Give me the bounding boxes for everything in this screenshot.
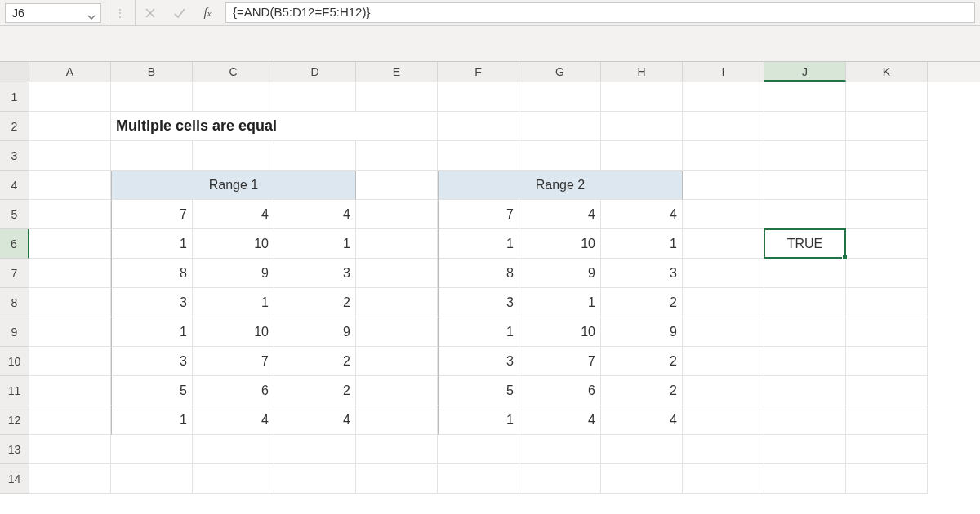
row-header[interactable]: 9 bbox=[0, 317, 29, 347]
cell[interactable]: 4 bbox=[193, 200, 274, 229]
chevron-down-icon[interactable] bbox=[87, 8, 97, 18]
cell[interactable] bbox=[356, 229, 438, 259]
cell[interactable] bbox=[764, 141, 846, 171]
cell[interactable]: 1 bbox=[438, 229, 519, 259]
cell[interactable]: 1 bbox=[438, 317, 519, 347]
cell[interactable]: 2 bbox=[274, 347, 356, 376]
cell[interactable] bbox=[29, 259, 111, 288]
cell[interactable]: 1 bbox=[111, 405, 193, 435]
col-header[interactable]: D bbox=[274, 62, 356, 82]
cell[interactable]: 1 bbox=[438, 405, 519, 435]
row-header[interactable]: 14 bbox=[0, 464, 29, 494]
formula-history-icon[interactable]: ⋮ bbox=[105, 0, 135, 25]
cell[interactable]: 9 bbox=[274, 317, 356, 347]
cell[interactable] bbox=[683, 112, 764, 141]
cell[interactable]: 10 bbox=[519, 317, 601, 347]
cell[interactable] bbox=[356, 259, 438, 288]
col-header[interactable]: B bbox=[111, 62, 193, 82]
cell[interactable] bbox=[601, 141, 683, 171]
cell[interactable] bbox=[846, 405, 928, 435]
cell[interactable]: 1 bbox=[274, 229, 356, 259]
cell[interactable] bbox=[846, 376, 928, 405]
col-header[interactable]: G bbox=[519, 62, 601, 82]
cell[interactable] bbox=[356, 82, 438, 112]
cell[interactable] bbox=[519, 464, 601, 494]
cell[interactable] bbox=[683, 141, 764, 171]
cell[interactable] bbox=[683, 200, 764, 229]
cell[interactable] bbox=[29, 141, 111, 171]
select-all-corner[interactable] bbox=[0, 62, 29, 82]
cell[interactable] bbox=[683, 288, 764, 317]
cell[interactable]: 4 bbox=[193, 405, 274, 435]
cell[interactable] bbox=[111, 141, 193, 171]
row-header[interactable]: 4 bbox=[0, 171, 29, 200]
cell[interactable] bbox=[274, 141, 356, 171]
cell[interactable] bbox=[356, 347, 438, 376]
cell[interactable] bbox=[519, 435, 601, 464]
cancel-icon[interactable] bbox=[136, 0, 165, 25]
cell[interactable] bbox=[29, 435, 111, 464]
row-header[interactable]: 12 bbox=[0, 405, 29, 435]
cell[interactable] bbox=[846, 288, 928, 317]
cell[interactable]: 5 bbox=[111, 376, 193, 405]
cell[interactable] bbox=[438, 464, 519, 494]
cell[interactable] bbox=[764, 405, 846, 435]
cell[interactable] bbox=[29, 200, 111, 229]
cell[interactable] bbox=[846, 171, 928, 200]
cell[interactable] bbox=[29, 347, 111, 376]
row-header[interactable]: 7 bbox=[0, 259, 29, 288]
row-header[interactable]: 10 bbox=[0, 347, 29, 376]
cell[interactable] bbox=[111, 464, 193, 494]
cell[interactable]: 6 bbox=[193, 376, 274, 405]
cell[interactable] bbox=[438, 112, 519, 141]
cell[interactable] bbox=[764, 112, 846, 141]
cell[interactable] bbox=[683, 464, 764, 494]
col-header[interactable]: J bbox=[764, 62, 846, 82]
cell[interactable] bbox=[193, 435, 274, 464]
cell[interactable] bbox=[683, 171, 764, 200]
cell[interactable] bbox=[29, 376, 111, 405]
cell[interactable] bbox=[193, 82, 274, 112]
cell[interactable]: 7 bbox=[519, 347, 601, 376]
cell[interactable] bbox=[29, 229, 111, 259]
cell[interactable]: 4 bbox=[519, 200, 601, 229]
cell[interactable] bbox=[846, 229, 928, 259]
cell[interactable] bbox=[356, 171, 438, 200]
cell[interactable] bbox=[683, 259, 764, 288]
cell[interactable] bbox=[601, 464, 683, 494]
cell[interactable] bbox=[764, 288, 846, 317]
cell[interactable]: 3 bbox=[438, 347, 519, 376]
cell[interactable] bbox=[764, 317, 846, 347]
cell[interactable] bbox=[846, 347, 928, 376]
cell[interactable] bbox=[601, 112, 683, 141]
cell[interactable] bbox=[356, 317, 438, 347]
cell[interactable] bbox=[274, 435, 356, 464]
cell[interactable] bbox=[29, 405, 111, 435]
cell[interactable] bbox=[601, 435, 683, 464]
cell[interactable] bbox=[193, 141, 274, 171]
cell[interactable] bbox=[846, 82, 928, 112]
cell[interactable] bbox=[438, 435, 519, 464]
cell[interactable] bbox=[764, 82, 846, 112]
cell[interactable] bbox=[683, 435, 764, 464]
cell[interactable]: 4 bbox=[519, 405, 601, 435]
cell[interactable] bbox=[356, 141, 438, 171]
cell[interactable]: 1 bbox=[519, 288, 601, 317]
cell[interactable]: 3 bbox=[438, 288, 519, 317]
cell[interactable] bbox=[846, 317, 928, 347]
cell[interactable]: 1 bbox=[111, 317, 193, 347]
cell[interactable] bbox=[29, 171, 111, 200]
cell[interactable] bbox=[29, 288, 111, 317]
formula-input[interactable]: {=AND(B5:D12=F5:H12)} bbox=[225, 2, 975, 23]
cell[interactable] bbox=[356, 464, 438, 494]
cell[interactable] bbox=[764, 259, 846, 288]
cell[interactable] bbox=[29, 317, 111, 347]
row-header[interactable]: 11 bbox=[0, 376, 29, 405]
cell[interactable]: 1 bbox=[111, 229, 193, 259]
row-header[interactable]: 3 bbox=[0, 141, 29, 171]
name-box[interactable]: J6 bbox=[5, 3, 101, 23]
cell[interactable]: 2 bbox=[274, 288, 356, 317]
cell[interactable]: 2 bbox=[274, 376, 356, 405]
result-cell[interactable]: TRUE bbox=[764, 229, 846, 259]
cell[interactable] bbox=[846, 200, 928, 229]
